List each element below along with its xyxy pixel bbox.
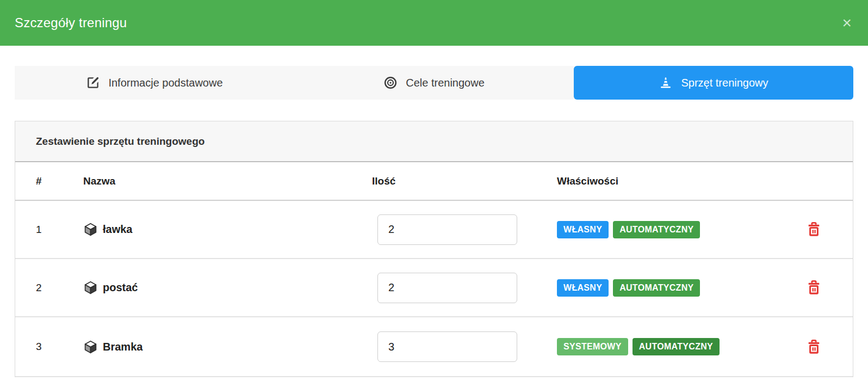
target-icon [383,76,398,90]
table-row: 2 postać WŁASNY AUTOMATYCZNY [15,259,853,317]
cube-icon [83,280,98,295]
tab-label: Cele treningowe [406,77,485,89]
tab-sprzet-treningowy[interactable]: Sprzęt treningowy [574,66,853,100]
quantity-input[interactable] [377,214,517,245]
cube-icon [83,340,98,354]
property-badge: AUTOMATYCZNY [613,279,700,297]
column-header-quantity: Ilość [372,175,557,187]
table-row: 3 Bramka SYSTEMOWY AUTOMATYCZNY [15,317,853,377]
modal-header: Szczegóły treningu × [0,0,868,46]
edit-icon [86,76,100,90]
tab-informacje-podstawowe[interactable]: Informacje podstawowe [15,66,294,100]
traffic-cone-icon [659,76,673,90]
column-header-name: Nazwa [83,175,372,187]
modal-body: Informacje podstawowe Cele treningowe Sp… [0,46,868,377]
delete-button[interactable] [805,338,823,356]
property-badge: SYSTEMOWY [557,338,628,355]
equipment-card: Zestawienie sprzętu treningowego # Nazwa… [15,121,853,377]
trash-icon [806,339,822,355]
row-index: 1 [15,224,83,236]
property-badge: WŁASNY [557,279,609,297]
modal-title: Szczegóły treningu [15,15,127,30]
property-badge: AUTOMATYCZNY [613,221,700,238]
delete-button[interactable] [805,220,823,238]
trash-icon [806,222,822,237]
row-index: 3 [15,341,83,353]
trash-icon [806,280,822,296]
table-row: 1 ławka WŁASNY AUTOMATYCZNY [15,201,853,259]
close-icon[interactable]: × [842,15,852,31]
equipment-name: ławka [103,223,132,236]
column-header-properties: Właściwości [557,175,774,187]
tab-label: Informacje podstawowe [108,77,222,89]
quantity-input[interactable] [377,273,517,303]
cube-icon [83,222,98,237]
tab-label: Sprzęt treningowy [681,77,768,89]
table-header-row: # Nazwa Ilość Właściwości [15,162,853,201]
property-badge: WŁASNY [557,221,609,238]
row-index: 2 [15,282,83,294]
tab-bar: Informacje podstawowe Cele treningowe Sp… [15,66,853,100]
card-title: Zestawienie sprzętu treningowego [36,136,204,148]
delete-button[interactable] [805,279,823,297]
property-badge: AUTOMATYCZNY [633,338,720,355]
equipment-name: Bramka [103,341,142,353]
tab-cele-treningowe[interactable]: Cele treningowe [294,66,574,100]
equipment-name: postać [103,281,138,294]
column-header-index: # [15,175,83,187]
quantity-input[interactable] [377,331,517,362]
card-title-bar: Zestawienie sprzętu treningowego [15,121,853,162]
